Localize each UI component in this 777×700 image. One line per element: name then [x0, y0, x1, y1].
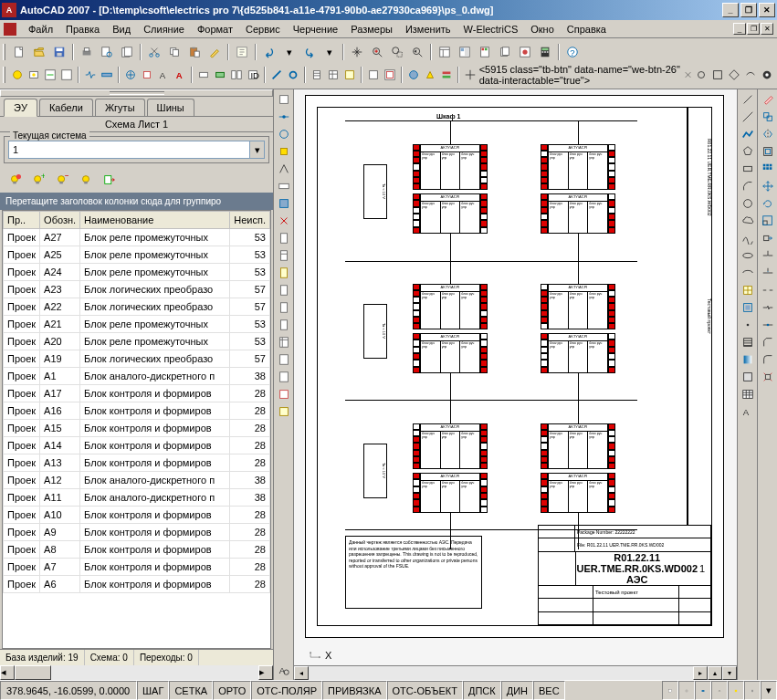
menu-окно[interactable]: Окно [524, 22, 561, 37]
vt-btn-10[interactable] [276, 247, 292, 264]
tray-icon-5[interactable] [728, 681, 744, 700]
zoom-window-button[interactable] [388, 43, 406, 61]
table-row[interactable]: ПроекA16Блок контроля и формиров28 [4, 402, 270, 420]
vt-btn-4[interactable] [276, 143, 292, 160]
vt-btn-14[interactable] [276, 317, 292, 333]
tool-palettes-button[interactable] [476, 43, 494, 61]
break-button[interactable] [760, 282, 776, 298]
draw-revcloud-button[interactable] [740, 213, 756, 229]
window-minimize-button[interactable]: _ [722, 3, 739, 17]
region-button[interactable] [740, 369, 756, 385]
we-btn-31[interactable] [760, 66, 774, 84]
we-btn-6[interactable] [100, 66, 114, 84]
vt-btn-17[interactable] [276, 369, 292, 385]
vt-btn-6[interactable] [276, 178, 292, 194]
table-row[interactable]: ПроекA24Блок реле промежуточных53 [4, 264, 270, 281]
window-close-button[interactable]: ✕ [759, 3, 775, 17]
bulb-warn-icon[interactable] [5, 171, 24, 189]
calculator-button[interactable] [536, 43, 554, 61]
mirror-button[interactable] [760, 126, 776, 142]
panel-tab-2[interactable]: Жгуты [95, 99, 145, 116]
stretch-button[interactable] [760, 230, 776, 246]
table-row[interactable]: ПроекA13Блок контроля и формиров28 [4, 454, 270, 472]
vt-btn-15[interactable] [276, 334, 292, 350]
offset-button[interactable] [760, 143, 776, 160]
we-btn-4[interactable] [59, 66, 74, 84]
panel-tab-3[interactable]: Шины [147, 99, 194, 116]
zoom-previous-button[interactable] [408, 43, 426, 61]
menu-слияние[interactable]: Слияние [137, 22, 191, 37]
block-editor-button[interactable] [233, 43, 251, 61]
status-toggle-шаг[interactable]: ШАГ [137, 681, 169, 700]
copy-button[interactable] [165, 43, 184, 61]
we-btn-29[interactable] [727, 66, 741, 84]
table-row[interactable]: ПроекA17Блок контроля и формиров28 [4, 385, 270, 402]
we-btn-15[interactable] [269, 66, 284, 84]
we-btn-18[interactable] [326, 66, 341, 84]
undo-button[interactable] [260, 43, 278, 61]
tray-icon-4[interactable] [711, 681, 728, 700]
extend-button[interactable] [760, 265, 776, 281]
draw-ellipsearc-button[interactable] [740, 265, 756, 281]
mdi-minimize-button[interactable]: _ [733, 23, 746, 35]
menu-изменить[interactable]: Изменить [399, 22, 457, 37]
we-btn-16[interactable] [286, 66, 300, 84]
vt-btn-2[interactable] [276, 109, 292, 125]
menu-w-electrics[interactable]: W-ElectriCS [457, 22, 525, 37]
current-system-dropdown-button[interactable]: ▾ [250, 141, 265, 159]
we-btn-14[interactable]: ID [246, 66, 260, 84]
rotate-button[interactable] [760, 195, 776, 212]
we-btn-20[interactable] [366, 66, 381, 84]
match-prop-button[interactable] [205, 43, 224, 61]
redo-button[interactable] [300, 43, 319, 61]
we-btn-13[interactable] [229, 66, 244, 84]
vt-btn-13[interactable] [276, 299, 292, 316]
vt-btn-9[interactable] [276, 230, 292, 246]
we-btn-3[interactable] [43, 66, 58, 84]
print-preview-button[interactable] [98, 43, 116, 61]
bulb-icon[interactable] [77, 171, 95, 189]
status-toggle-привязка[interactable]: ПРИВЯЗКА [322, 681, 386, 700]
draw-polygon-button[interactable] [740, 143, 756, 160]
break2-button[interactable] [760, 299, 776, 316]
chamfer-button[interactable] [760, 334, 776, 350]
gradient-button[interactable] [740, 351, 756, 368]
we-btn-1[interactable] [10, 66, 25, 84]
we-btn-17[interactable] [310, 66, 324, 84]
menu-вид[interactable]: Вид [106, 22, 137, 37]
we-btn-5[interactable] [83, 66, 98, 84]
draw-pline-button[interactable] [740, 126, 756, 142]
table-row[interactable]: ПроекA21Блок реле промежуточных53 [4, 316, 270, 333]
status-toggle-отс-поляр[interactable]: ОТС-ПОЛЯР [251, 681, 322, 700]
vt-btn-3[interactable] [276, 126, 292, 142]
markup-button[interactable] [516, 43, 534, 61]
vt-btn-1[interactable] [276, 91, 292, 108]
panel-handle[interactable] [0, 89, 273, 97]
mdi-close-button[interactable]: ✕ [761, 23, 773, 35]
table-row[interactable]: ПроекA1Блок аналого-дискретного п38 [4, 368, 270, 385]
table-row[interactable]: ПроекA9Блок контроля и формиров28 [4, 524, 270, 541]
trim-button[interactable] [760, 247, 776, 264]
move-button[interactable] [760, 178, 776, 194]
make-block-button[interactable] [740, 299, 756, 316]
draw-spline-button[interactable] [740, 230, 756, 246]
table-row[interactable]: ПроекA14Блок контроля и формиров28 [4, 437, 270, 454]
vt-btn-18[interactable] [276, 386, 292, 402]
panel-hscroll[interactable]: ◂▸ [0, 665, 273, 680]
scale-button[interactable] [760, 213, 776, 229]
canvas-hscroll[interactable]: ◂▸ ▴▾ [294, 665, 737, 680]
we-btn-11[interactable] [196, 66, 211, 84]
table-row[interactable]: ПроекA15Блок контроля и формиров28 [4, 420, 270, 437]
status-toggle-орто[interactable]: ОРТО [213, 681, 251, 700]
bulb-add-icon[interactable]: + [29, 171, 47, 189]
menu-правка[interactable]: Правка [59, 22, 106, 37]
status-toggle-вес[interactable]: ВЕС [533, 681, 565, 700]
hatch-button[interactable] [740, 334, 756, 350]
explode-button[interactable] [760, 369, 776, 385]
menu-черчение[interactable]: Черчение [287, 22, 345, 37]
we-btn-21[interactable] [383, 66, 397, 84]
window-restore-button[interactable]: ❐ [740, 3, 757, 17]
mdi-document-icon[interactable] [4, 23, 16, 36]
draw-arc-button[interactable] [740, 178, 756, 194]
sheet-set-button[interactable] [496, 43, 514, 61]
